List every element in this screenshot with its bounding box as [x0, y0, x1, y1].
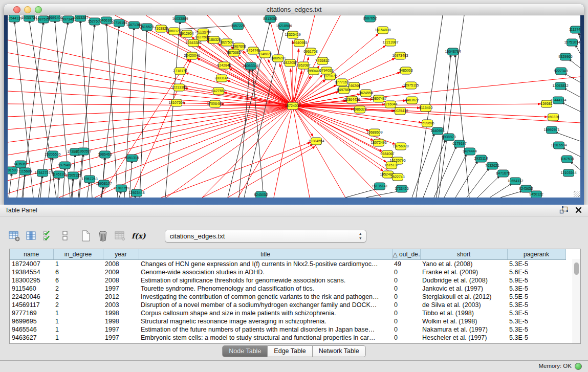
node-9463627[interactable]: 9463627	[405, 97, 419, 104]
node-8186328[interactable]: 8186328	[207, 36, 221, 43]
node-8813054[interactable]: 8813054	[263, 15, 277, 23]
node-12923448[interactable]: 12923448	[128, 189, 144, 196]
node-7163822[interactable]: 7163822	[154, 25, 168, 32]
node-2718176[interactable]: 2718176	[173, 68, 187, 75]
node-9329966[interactable]: 9329966	[558, 53, 572, 60]
node-8427552[interactable]: 8427552	[211, 87, 225, 95]
node-1990448[interactable]: 1990448	[307, 68, 320, 75]
node-9875685[interactable]: 9875685	[227, 49, 241, 56]
node-7632621[interactable]: 7632621	[485, 162, 499, 169]
node-1167533[interactable]: 1167533	[560, 156, 574, 163]
memory-ok-icon[interactable]	[575, 363, 582, 370]
column-header-short[interactable]: short	[420, 249, 507, 260]
row-height-button[interactable]	[59, 230, 71, 242]
node-1615132[interactable]: 1615132	[384, 162, 398, 169]
table-row[interactable]: 1830029562008Estimation of significance …	[10, 276, 565, 285]
node-1640954[interactable]: 1640954	[430, 127, 444, 135]
table-mode-button[interactable]	[8, 230, 20, 242]
node-10719155[interactable]: 10719155	[111, 19, 127, 27]
node-9115460[interactable]: 9115460	[419, 104, 433, 112]
column-header-title[interactable]: title	[139, 249, 392, 260]
node-9245052[interactable]: 9245052	[254, 191, 268, 198]
node-6179197[interactable]: 6179197	[452, 140, 466, 147]
node-9474444[interactable]: 9474444	[463, 148, 476, 155]
tab-edge-table[interactable]: Edge Table	[268, 345, 312, 357]
node-16033809[interactable]: 16033809	[172, 15, 188, 23]
node-18072493[interactable]: 18072493	[371, 139, 386, 146]
table-vertical-scrollbar[interactable]	[573, 259, 580, 343]
node-9699695[interactable]: 9699695	[420, 120, 434, 127]
node-6961758[interactable]: 6961758	[303, 48, 317, 55]
node-26053346[interactable]: 26053346	[243, 62, 258, 70]
node-2803144[interactable]: 2803144	[214, 75, 228, 82]
node-159581[interactable]: 159581	[540, 100, 552, 107]
node-7455812[interactable]: 7455812	[315, 57, 329, 64]
node-9227349[interactable]: 9227349	[554, 68, 568, 75]
node-15136141[interactable]: 15136141	[372, 183, 387, 190]
tab-network-table[interactable]: Network Table	[313, 345, 366, 357]
node-12975115[interactable]: 12975115	[403, 82, 419, 89]
node-9245652[interactable]: 9245652	[519, 185, 533, 192]
network-canvas[interactable]: 1254413914055724168752242069140619973493…	[8, 15, 580, 198]
node-19384554[interactable]: 19384554	[308, 138, 324, 145]
node-8912954[interactable]: 8912954	[180, 30, 193, 37]
node-17957253[interactable]: 17957253	[81, 176, 97, 183]
node-16782759[interactable]: 16782759	[113, 185, 129, 192]
node-391593[interactable]: 391593	[8, 167, 18, 174]
node-8860128[interactable]: 8860128	[167, 28, 181, 35]
table-row[interactable]: 946362711997Embryonic stem cells: a mode…	[10, 334, 565, 342]
node-12213389[interactable]: 12213389	[171, 84, 187, 91]
table-row[interactable]: 946554611997Estimation of the future num…	[10, 325, 565, 334]
node-13505135[interactable]: 13505135	[65, 172, 81, 179]
table-row[interactable]: 911546021997Tourette syndrome. Phenomeno…	[10, 285, 565, 293]
column-header-in-degree[interactable]: in_degree	[53, 249, 103, 260]
node-10654112[interactable]: 10654112	[508, 178, 524, 185]
node-12342757[interactable]: 12342757	[34, 169, 50, 177]
node-2935114[interactable]: 2935114	[474, 155, 488, 162]
node-7857223[interactable]: 7857223	[231, 23, 245, 30]
node-16543382[interactable]: 16543382	[185, 39, 201, 47]
node-22420046[interactable]: 22420046	[184, 52, 200, 59]
zoom-window-icon[interactable]	[35, 6, 42, 13]
node-19218506[interactable]: 19218506	[276, 23, 292, 30]
node-17016504[interactable]: 17016504	[551, 142, 567, 149]
node-10807487[interactable]: 10807487	[371, 95, 386, 102]
node-6822057[interactable]: 6822057	[283, 59, 297, 67]
minimize-window-icon[interactable]	[24, 6, 31, 13]
node-12213987[interactable]: 12213987	[382, 39, 398, 46]
node-16958107[interactable]: 16958107	[96, 180, 112, 187]
node-6794028[interactable]: 6794028	[319, 67, 333, 74]
table-row[interactable]: 1456911722003Disruption of a novel membe…	[10, 301, 565, 309]
tab-node-table[interactable]: Node Table	[222, 345, 268, 357]
node-9975487[interactable]: 9975487	[58, 162, 72, 169]
node-5938923[interactable]: 5938923	[442, 134, 455, 141]
node-12444134[interactable]: 12444134	[550, 97, 566, 104]
node-14055724[interactable]: 14055724	[21, 15, 37, 21]
node-2522743[interactable]: 2522743	[390, 173, 404, 181]
node-7986322[interactable]: 7986322	[353, 106, 366, 113]
node-746266[interactable]: 746266	[348, 82, 360, 90]
close-panel-icon[interactable]	[575, 207, 582, 213]
table-row[interactable]: 1872400712008Changes of HCN gene express…	[10, 260, 565, 269]
canvas-resize-grip[interactable]	[574, 191, 580, 197]
import-table-button[interactable]	[114, 230, 126, 242]
node-9242848[interactable]: 9242848	[217, 62, 231, 69]
node-3624554[interactable]: 3624554	[359, 90, 373, 97]
new-column-button[interactable]	[80, 230, 92, 242]
scrollbar-thumb[interactable]	[574, 262, 579, 275]
node-15751074[interactable]: 15751074	[564, 39, 580, 46]
node-15992971[interactable]: 15992971	[543, 126, 559, 134]
node-10025418[interactable]: 10025418	[392, 107, 408, 115]
table-row[interactable]: 2242004622012Investigating the contribut…	[10, 293, 565, 301]
node-12544139[interactable]: 12544139	[8, 15, 23, 22]
node-12093832[interactable]: 12093832	[552, 82, 568, 90]
column-header-out-degree[interactable]: △ out_de…	[392, 249, 420, 260]
column-header-pagerank[interactable]: pagerank	[507, 249, 565, 260]
node-8471676[interactable]: 8471676	[496, 170, 510, 177]
network-window-titlebar[interactable]: citations_edges.txt	[4, 4, 584, 15]
node-9777169[interactable]: 9777169	[335, 79, 349, 86]
row-selection-button[interactable]	[42, 230, 54, 242]
table-row[interactable]: 969969511998Structural magnetic resonanc…	[10, 317, 565, 325]
node-7515528[interactable]: 7515528	[140, 24, 154, 31]
close-window-icon[interactable]	[13, 6, 20, 13]
